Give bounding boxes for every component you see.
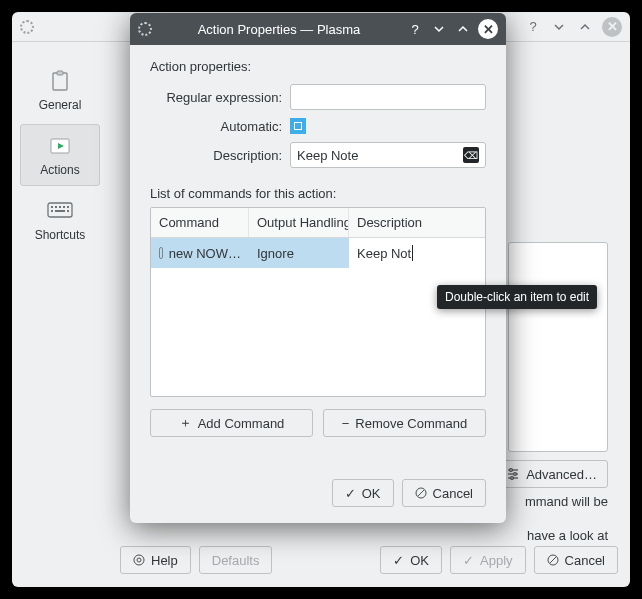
check-icon: ✓ <box>393 553 404 568</box>
dialog-titlebar: Action Properties — Plasma ? ✕ <box>130 13 506 45</box>
back-button-bar: Help Defaults ✓ OK ✓ Apply <box>120 545 618 575</box>
automatic-checkbox[interactable] <box>290 118 306 134</box>
svg-rect-6 <box>59 206 61 208</box>
automatic-label: Automatic: <box>150 119 290 134</box>
button-label: Add Command <box>198 416 285 431</box>
app-icon <box>20 20 34 34</box>
remove-command-button[interactable]: − Remove Command <box>323 409 486 437</box>
svg-line-23 <box>418 490 424 496</box>
svg-rect-1 <box>57 71 63 75</box>
cancel-icon <box>415 487 427 499</box>
sidebar-item-label: Actions <box>40 163 79 177</box>
description-input[interactable]: Keep Note ⌫ <box>290 142 486 168</box>
sidebar-item-label: General <box>39 98 82 112</box>
play-icon <box>46 133 74 159</box>
svg-line-21 <box>550 557 556 563</box>
description-value: Keep Note <box>297 148 358 163</box>
sidebar-item-shortcuts[interactable]: Shortcuts <box>20 190 100 250</box>
help-icon <box>133 554 145 566</box>
col-output[interactable]: Output Handling <box>249 208 349 237</box>
minimize-icon[interactable] <box>550 18 568 36</box>
command-icon <box>159 247 163 259</box>
regex-input[interactable] <box>290 84 486 110</box>
dialog-cancel-button[interactable]: Cancel <box>402 479 486 507</box>
ok-button[interactable]: ✓ OK <box>380 546 442 574</box>
svg-point-16 <box>514 473 517 476</box>
button-label: OK <box>410 553 429 568</box>
svg-rect-8 <box>67 206 69 208</box>
sidebar-item-label: Shortcuts <box>35 228 86 242</box>
cancel-icon <box>547 554 559 566</box>
col-command[interactable]: Command <box>151 208 249 237</box>
cancel-button[interactable]: Cancel <box>534 546 618 574</box>
check-icon: ✓ <box>463 553 474 568</box>
plus-icon: ＋ <box>179 414 192 432</box>
commands-list-label: List of commands for this action: <box>150 186 486 201</box>
minus-icon: − <box>342 416 350 431</box>
description-label: Description: <box>150 148 290 163</box>
keyboard-icon <box>46 198 74 224</box>
hint-text-2: have a look at <box>527 528 608 543</box>
action-properties-dialog: Action Properties — Plasma ? ✕ Action pr… <box>130 13 506 523</box>
clipboard-icon <box>46 68 74 94</box>
button-label: Remove Command <box>355 416 467 431</box>
close-icon[interactable]: ✕ <box>602 17 622 37</box>
settings-sidebar: General Actions Shortcuts <box>12 42 108 587</box>
dialog-title: Action Properties — Plasma <box>158 22 400 37</box>
clear-icon[interactable]: ⌫ <box>463 147 479 163</box>
sliders-icon <box>506 467 520 481</box>
collapse-icon[interactable] <box>430 20 448 38</box>
actions-list-panel <box>508 242 608 452</box>
commands-table[interactable]: Command Output Handling Description new … <box>150 207 486 397</box>
svg-rect-7 <box>63 206 65 208</box>
svg-point-18 <box>134 555 144 565</box>
advanced-button[interactable]: Advanced… <box>495 460 608 488</box>
apply-button[interactable]: ✓ Apply <box>450 546 526 574</box>
maximize-icon[interactable] <box>576 18 594 36</box>
dialog-ok-button[interactable]: ✓ OK <box>332 479 394 507</box>
app-icon <box>138 22 152 36</box>
defaults-button[interactable]: Defaults <box>199 546 273 574</box>
help-icon[interactable]: ? <box>524 18 542 36</box>
button-label: OK <box>362 486 381 501</box>
help-button[interactable]: Help <box>120 546 191 574</box>
col-description[interactable]: Description <box>349 208 485 237</box>
hint-text-1: mmand will be <box>525 494 608 509</box>
svg-point-19 <box>137 558 141 562</box>
cell-output: Ignore <box>257 246 294 261</box>
text-caret <box>412 245 413 261</box>
svg-rect-0 <box>53 73 67 90</box>
svg-rect-5 <box>55 206 57 208</box>
cell-command: new NOW… <box>169 246 241 261</box>
svg-point-15 <box>510 469 513 472</box>
svg-rect-9 <box>51 210 53 212</box>
check-icon: ✓ <box>345 486 356 501</box>
button-label: Apply <box>480 553 513 568</box>
help-icon[interactable]: ? <box>406 20 424 38</box>
sidebar-item-general[interactable]: General <box>20 60 100 120</box>
button-label: Defaults <box>212 553 260 568</box>
svg-rect-11 <box>67 210 69 212</box>
advanced-label: Advanced… <box>526 467 597 482</box>
regex-label: Regular expression: <box>150 90 290 105</box>
button-label: Help <box>151 553 178 568</box>
button-label: Cancel <box>433 486 473 501</box>
sidebar-item-actions[interactable]: Actions <box>20 124 100 186</box>
add-command-button[interactable]: ＋ Add Command <box>150 409 313 437</box>
cell-description-editing[interactable]: Keep Not <box>357 246 411 261</box>
button-label: Cancel <box>565 553 605 568</box>
svg-rect-4 <box>51 206 53 208</box>
section-title: Action properties: <box>150 59 486 74</box>
edit-hint-tooltip: Double-click an item to edit <box>437 285 597 309</box>
table-row[interactable]: new NOW… Ignore Keep Not <box>151 238 485 268</box>
expand-icon[interactable] <box>454 20 472 38</box>
svg-point-17 <box>511 477 514 480</box>
table-header: Command Output Handling Description <box>151 208 485 238</box>
close-icon[interactable]: ✕ <box>478 19 498 39</box>
svg-rect-10 <box>55 210 65 212</box>
